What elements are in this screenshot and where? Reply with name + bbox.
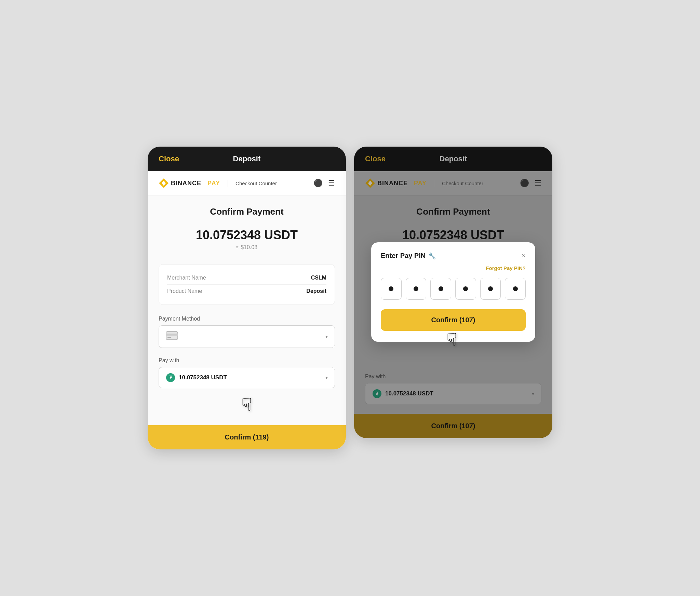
svg-text:₮: ₮ [169,375,173,380]
pin-modal-header: Enter Pay PIN 🔧 × [381,252,526,260]
left-pay-with-label: Pay with [159,357,335,364]
left-top-bar-title: Deposit [233,154,261,163]
merchant-label: Merchant Name [167,275,206,281]
left-top-bar: Close Deposit [148,147,346,171]
wrench-icon: 🔧 [428,252,436,260]
pin-dot-5[interactable] [480,278,501,300]
binance-diamond-icon [159,178,169,188]
left-cursor-hand: ☟ [241,394,252,415]
pin-modal-overlay: Enter Pay PIN 🔧 × Forgot Pay PIN? Confir… [354,147,552,438]
pin-dot-3[interactable] [430,278,451,300]
left-payment-method-select[interactable]: ▾ [159,325,335,348]
pin-modal: Enter Pay PIN 🔧 × Forgot Pay PIN? Confir… [371,242,535,342]
forgot-pin-link[interactable]: Forgot Pay PIN? [381,265,526,271]
user-icon[interactable]: ⚫ [313,179,323,188]
product-value: Deposit [306,288,326,294]
pin-confirm-button[interactable]: Confirm (107) [381,309,526,331]
left-header-row: BINANCE PAY Checkout Counter ⚫ ☰ [148,171,346,195]
pin-dot-4[interactable] [455,278,476,300]
pay-text: PAY [207,180,220,187]
left-confirm-title: Confirm Payment [159,206,335,217]
pin-dot-2[interactable] [406,278,427,300]
binance-text: BINANCE [171,180,201,187]
merchant-row: Merchant Name CSLM [167,271,326,284]
left-pay-with-amount: 10.0752348 USDT [179,374,227,381]
payment-method-dropdown-arrow: ▾ [325,334,328,339]
right-phone-frame: Close Deposit BINANCE PAY Checkout Count… [354,147,552,438]
left-phone-frame: Close Deposit BINANCE PAY Checkout Count… [148,147,346,449]
product-row: Product Name Deposit [167,284,326,298]
left-pay-with-select[interactable]: ₮ 10.0752348 USDT ▾ [159,367,335,388]
left-pay-with-left: ₮ 10.0752348 USDT [166,373,227,382]
left-confirm-button[interactable]: Confirm (119) [148,425,346,449]
left-payment-method-label: Payment Method [159,316,335,322]
left-amount: 10.0752348 USDT [159,228,335,242]
left-amount-approx: ≈ $10.08 [159,244,335,250]
pin-modal-title-text: Enter Pay PIN [381,252,426,260]
pin-dots-row [381,278,526,300]
left-details-section: Merchant Name CSLM Product Name Deposit [159,264,335,305]
pin-dot-6[interactable] [505,278,526,300]
payment-card-icon [166,331,178,342]
pin-modal-title: Enter Pay PIN 🔧 [381,252,436,260]
svg-rect-3 [166,334,178,336]
pay-with-dropdown-arrow: ▾ [325,375,328,380]
pin-dot-1[interactable] [381,278,402,300]
left-logo-area: BINANCE PAY Checkout Counter [159,178,277,188]
menu-icon[interactable]: ☰ [328,179,335,188]
product-label: Product Name [167,288,202,294]
merchant-value: CSLM [311,275,326,281]
left-close-button[interactable]: Close [159,154,179,163]
svg-rect-4 [167,337,171,338]
screens-container: Close Deposit BINANCE PAY Checkout Count… [148,147,552,449]
pin-close-button[interactable]: × [522,252,526,260]
left-binance-logo: BINANCE PAY [159,178,220,188]
right-cursor-hand: ☟ [446,329,457,350]
left-content-area: Confirm Payment 10.0752348 USDT ≈ $10.08… [148,195,346,449]
left-header-icons: ⚫ ☰ [313,179,335,188]
checkout-counter-text: Checkout Counter [235,180,277,186]
header-divider [228,180,228,187]
tether-icon: ₮ [166,373,175,382]
